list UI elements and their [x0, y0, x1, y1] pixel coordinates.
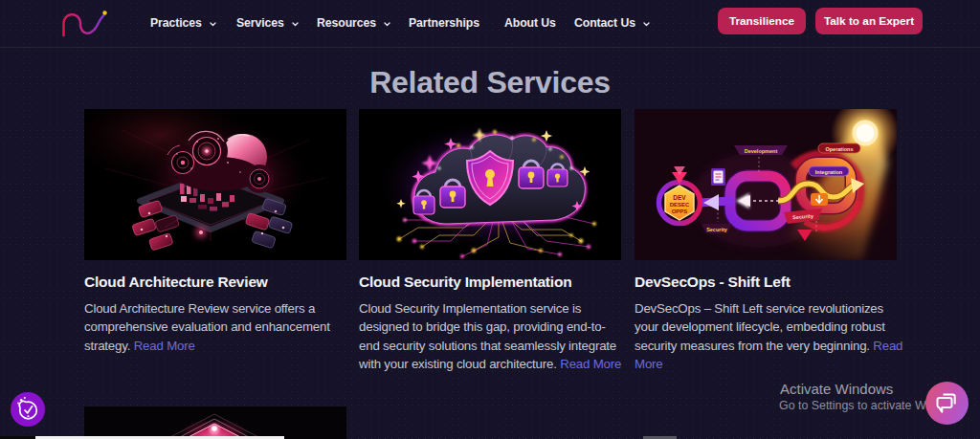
- svg-text:Integration: Integration: [815, 169, 843, 175]
- svg-text:DESEC: DESEC: [670, 202, 690, 208]
- svg-text:Security: Security: [706, 227, 728, 232]
- svg-text:Operations: Operations: [825, 146, 853, 152]
- svg-text:Development: Development: [745, 148, 778, 154]
- svg-text:DEV: DEV: [673, 194, 686, 201]
- svg-text:OPPS: OPPS: [672, 209, 688, 214]
